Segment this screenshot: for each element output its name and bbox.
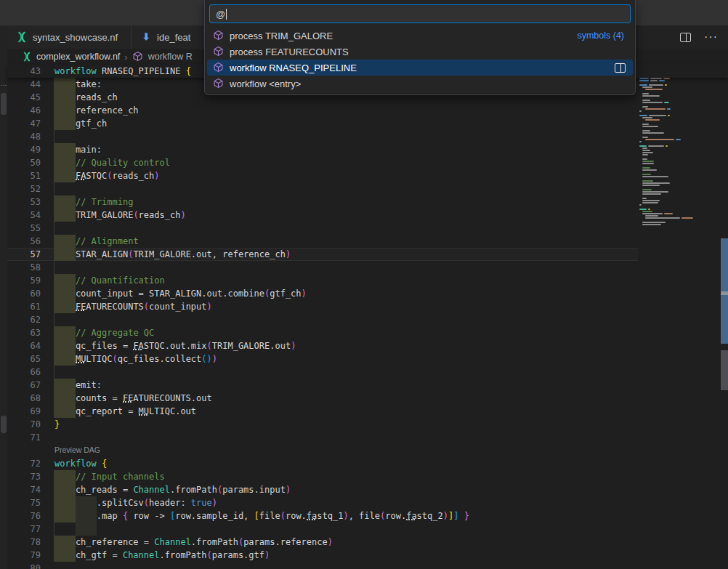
quick-open-item[interactable]: workflow <entry> [207, 76, 633, 92]
code-editor[interactable]: 43workflow RNASEQ_PIPELINE { 44 take:45 … [7, 65, 728, 569]
code-line[interactable]: 46 reference_ch [7, 104, 728, 117]
minimap-segment [639, 78, 649, 79]
minimap-segment [639, 80, 649, 81]
split-editor-icon[interactable] [680, 33, 691, 42]
line-number: 55 [7, 222, 41, 235]
minimap-row [638, 78, 721, 79]
code-line[interactable]: 50 // Quality control [7, 156, 728, 169]
minimap-segment [642, 148, 647, 149]
code-line[interactable]: 71 [7, 431, 728, 444]
code-line[interactable]: 53 // Trimming [7, 195, 728, 209]
tab-syntax-showcase[interactable]: syntax_showcase.nf [7, 25, 132, 49]
more-actions-icon[interactable]: ··· [704, 33, 718, 41]
rail-marker[interactable] [1, 416, 7, 433]
code-line[interactable]: 60 count_input = STAR_ALIGN.out.combine(… [7, 287, 728, 300]
code-lines[interactable]: 44 take:45 reads_ch46 reference_ch47 gtf… [7, 78, 728, 569]
open-to-side-icon[interactable] [615, 63, 626, 73]
code-line[interactable]: 72workflow { [7, 457, 728, 470]
code-token [54, 197, 76, 207]
code-line[interactable]: 49 main: [7, 143, 728, 156]
code-line[interactable]: 65 MULTIQC(qc_files.collect()) [7, 352, 728, 366]
rail-marker[interactable] [1, 93, 7, 115]
code-line[interactable]: 77 [7, 522, 728, 536]
code-line[interactable]: 63 // Aggregate QC [7, 326, 728, 339]
breadcrumb-separator: › [124, 52, 127, 62]
code-line[interactable]: 67 emit: [7, 379, 728, 392]
code-line[interactable]: 48 [7, 130, 728, 143]
code-line[interactable]: 69 qc_report = MULTIQC.out [7, 405, 728, 418]
minimap-segment [645, 89, 663, 90]
code-token: TRIM_GALORE [54, 210, 133, 220]
minimap-row [638, 137, 721, 138]
line-number: 59 [7, 274, 41, 287]
code-text: qc_report = MULTIQC.out [54, 405, 631, 418]
code-line[interactable]: 64 qc_files = FASTQC.out.mix(TRIM_GALORE… [7, 339, 728, 352]
minimap-row [638, 128, 721, 129]
scrollbar-slider[interactable] [721, 350, 728, 390]
line-number: 47 [7, 117, 41, 130]
code-line[interactable]: 59 // Quantification [7, 274, 728, 287]
code-line[interactable]: 73 // Input channels [7, 470, 728, 483]
code-token: ) [343, 511, 348, 521]
breadcrumb-symbol[interactable]: workflow R [148, 52, 193, 62]
code-line[interactable]: 52 [7, 182, 728, 195]
quick-open-item[interactable]: process FEATURECOUNTS [207, 44, 633, 60]
codelens-preview-dag[interactable]: Preview DAG [54, 444, 631, 457]
code-line[interactable]: 56 // Alignment [7, 235, 728, 248]
quick-open-panel: @ process TRIM_GALOREsymbols (4)process … [204, 0, 636, 95]
tab-ide-features[interactable]: ⬇ ide_feat [132, 25, 204, 49]
code-text: // Quality control [54, 156, 631, 169]
code-line[interactable]: 74 ch_reads = Channel.fromPath(params.in… [7, 483, 728, 496]
minimap-row [638, 154, 721, 156]
code-line[interactable]: 75 .splitCsv(header: true) [7, 496, 728, 509]
quick-open-item-label: workflow <entry> [230, 78, 301, 89]
minimap-segment [664, 213, 673, 214]
symbols-count-badge[interactable]: symbols (4) [577, 31, 624, 41]
minimap-row [638, 150, 721, 151]
code-line[interactable]: 80 [7, 562, 728, 569]
code-line[interactable]: 76 .map { row -> [row.sample_id, [file(r… [7, 509, 728, 522]
quick-open-item[interactable]: workflow RNASEQ_PIPELINE [207, 60, 633, 76]
code-line[interactable]: 78 ch_reference = Channel.fromPath(param… [7, 536, 728, 549]
code-token: STAR_ALIGN [54, 249, 128, 259]
minimap-row [638, 93, 721, 94]
codelens-row[interactable]: Preview DAG [7, 444, 728, 457]
code-line[interactable]: 57 STAR_ALIGN(TRIM_GALORE.out, reference… [7, 248, 728, 261]
code-token: fastq_1 [307, 511, 344, 521]
code-line[interactable]: 55 [7, 222, 728, 235]
code-line[interactable]: 58 [7, 261, 728, 274]
code-line[interactable]: 54 TRIM_GALORE(reads_ch) [7, 209, 728, 222]
quick-open-input[interactable]: @ [209, 4, 631, 23]
minimap-row [638, 148, 721, 149]
code-line[interactable]: 79 ch_gtf = Channel.fromPath(params.gtf) [7, 549, 728, 562]
minimap-row [638, 132, 721, 134]
code-token: .out [191, 393, 212, 403]
code-line[interactable]: 51 FASTQC(reads_ch) [7, 169, 728, 182]
minimap-segment [642, 211, 652, 212]
minimap-row [638, 222, 721, 223]
minimap-row [638, 139, 721, 140]
tab-label: ide_feat [157, 32, 190, 43]
minimap-row [638, 117, 721, 118]
breadcrumb-file[interactable]: complex_workflow.nf [36, 52, 120, 62]
code-line[interactable]: 62 [7, 313, 728, 326]
vscode-window: ··· syntax_showcase.nf ⬇ ide_feat ··· [0, 0, 728, 569]
minimap[interactable] [638, 65, 721, 569]
code-token: gtf_ch [54, 118, 107, 129]
minimap-row [638, 224, 721, 225]
code-line[interactable]: 68 counts = FEATURECOUNTS.out [7, 392, 728, 405]
quick-open-item[interactable]: process TRIM_GALOREsymbols (4) [207, 28, 633, 44]
minimap-row [638, 187, 721, 188]
rail-overflow-icon[interactable]: ··· [0, 81, 7, 89]
nextflow-logo-icon [22, 52, 32, 62]
code-line[interactable]: 66 [7, 366, 728, 379]
code-token: qc_files.collect [118, 354, 202, 364]
code-token: ) [291, 341, 296, 351]
code-line[interactable]: 47 gtf_ch [7, 117, 728, 130]
line-number: 77 [7, 522, 41, 536]
code-token: ( [280, 511, 286, 521]
code-token: reads_ch [113, 171, 155, 181]
code-line[interactable]: 70} [7, 418, 728, 431]
code-line[interactable]: 61 FEATURECOUNTS(count_input) [7, 300, 728, 313]
code-token: ( [207, 341, 212, 351]
